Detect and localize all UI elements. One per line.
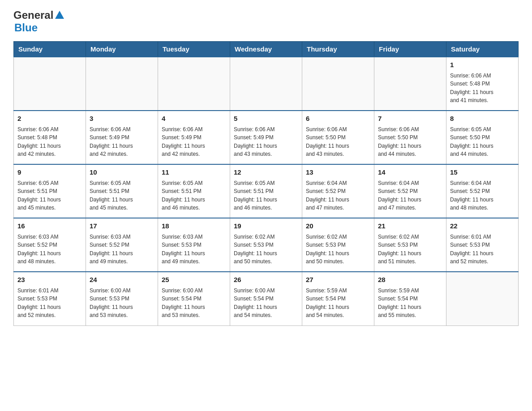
page-header: General Blue <box>13 9 519 34</box>
calendar-cell: 1Sunrise: 6:06 AM Sunset: 5:48 PM Daylig… <box>446 57 519 111</box>
calendar-cell <box>14 57 86 111</box>
day-info: Sunrise: 6:06 AM Sunset: 5:48 PM Dayligh… <box>17 125 82 158</box>
logo-wordmark: General <box>13 9 65 21</box>
day-info: Sunrise: 6:02 AM Sunset: 5:53 PM Dayligh… <box>234 233 298 266</box>
weekday-header-sunday: Sunday <box>14 42 86 57</box>
day-number: 16 <box>17 221 82 231</box>
calendar-week-5: 23Sunrise: 6:01 AM Sunset: 5:53 PM Dayli… <box>14 272 519 325</box>
weekday-header-monday: Monday <box>86 42 158 57</box>
calendar-cell: 16Sunrise: 6:03 AM Sunset: 5:52 PM Dayli… <box>14 218 86 272</box>
day-number: 14 <box>378 167 442 178</box>
calendar-cell: 8Sunrise: 6:05 AM Sunset: 5:50 PM Daylig… <box>446 111 519 164</box>
calendar-cell: 20Sunrise: 6:02 AM Sunset: 5:53 PM Dayli… <box>302 218 374 272</box>
day-info: Sunrise: 6:02 AM Sunset: 5:53 PM Dayligh… <box>306 233 370 266</box>
logo-general-word: General <box>13 9 53 21</box>
day-number: 2 <box>17 114 82 124</box>
day-info: Sunrise: 6:05 AM Sunset: 5:51 PM Dayligh… <box>17 179 82 212</box>
day-info: Sunrise: 6:05 AM Sunset: 5:51 PM Dayligh… <box>90 179 154 212</box>
logo-blue-word: Blue <box>14 21 38 34</box>
day-info: Sunrise: 6:06 AM Sunset: 5:49 PM Dayligh… <box>90 125 154 158</box>
calendar-cell: 2Sunrise: 6:06 AM Sunset: 5:48 PM Daylig… <box>14 111 86 164</box>
day-info: Sunrise: 6:03 AM Sunset: 5:53 PM Dayligh… <box>162 233 226 266</box>
day-number: 10 <box>90 167 154 178</box>
weekday-header-wednesday: Wednesday <box>230 42 302 57</box>
calendar-cell: 5Sunrise: 6:06 AM Sunset: 5:49 PM Daylig… <box>230 111 302 164</box>
day-number: 27 <box>306 275 370 285</box>
day-number: 7 <box>378 114 442 124</box>
day-info: Sunrise: 6:05 AM Sunset: 5:51 PM Dayligh… <box>162 179 226 212</box>
calendar-cell <box>158 57 230 111</box>
day-number: 17 <box>90 221 154 231</box>
day-info: Sunrise: 5:59 AM Sunset: 5:54 PM Dayligh… <box>306 287 370 320</box>
calendar-cell: 21Sunrise: 6:02 AM Sunset: 5:53 PM Dayli… <box>374 218 446 272</box>
day-number: 23 <box>17 275 82 285</box>
calendar-week-2: 2Sunrise: 6:06 AM Sunset: 5:48 PM Daylig… <box>14 111 519 164</box>
logo-blue-line: Blue <box>14 21 38 34</box>
calendar-header: SundayMondayTuesdayWednesdayThursdayFrid… <box>14 42 519 57</box>
day-info: Sunrise: 6:06 AM Sunset: 5:49 PM Dayligh… <box>234 125 298 158</box>
day-number: 28 <box>378 275 442 285</box>
day-number: 4 <box>162 114 226 124</box>
day-info: Sunrise: 6:05 AM Sunset: 5:50 PM Dayligh… <box>450 125 515 158</box>
day-number: 18 <box>162 221 226 231</box>
day-info: Sunrise: 6:03 AM Sunset: 5:52 PM Dayligh… <box>90 233 154 266</box>
calendar-cell: 14Sunrise: 6:04 AM Sunset: 5:52 PM Dayli… <box>374 164 446 218</box>
day-info: Sunrise: 6:00 AM Sunset: 5:54 PM Dayligh… <box>162 287 226 320</box>
calendar-cell: 19Sunrise: 6:02 AM Sunset: 5:53 PM Dayli… <box>230 218 302 272</box>
calendar-body: 1Sunrise: 6:06 AM Sunset: 5:48 PM Daylig… <box>14 57 519 325</box>
day-info: Sunrise: 6:06 AM Sunset: 5:48 PM Dayligh… <box>450 72 515 105</box>
calendar-cell: 10Sunrise: 6:05 AM Sunset: 5:51 PM Dayli… <box>86 164 158 218</box>
day-info: Sunrise: 6:04 AM Sunset: 5:52 PM Dayligh… <box>378 179 442 212</box>
calendar-cell: 22Sunrise: 6:01 AM Sunset: 5:53 PM Dayli… <box>446 218 519 272</box>
weekday-header-thursday: Thursday <box>302 42 374 57</box>
day-number: 11 <box>162 167 226 178</box>
day-number: 5 <box>234 114 298 124</box>
calendar-cell: 17Sunrise: 6:03 AM Sunset: 5:52 PM Dayli… <box>86 218 158 272</box>
day-number: 25 <box>162 275 226 285</box>
calendar-cell: 9Sunrise: 6:05 AM Sunset: 5:51 PM Daylig… <box>14 164 86 218</box>
day-number: 15 <box>450 167 515 178</box>
day-info: Sunrise: 6:01 AM Sunset: 5:53 PM Dayligh… <box>17 287 82 320</box>
calendar-cell: 27Sunrise: 5:59 AM Sunset: 5:54 PM Dayli… <box>302 272 374 325</box>
day-info: Sunrise: 6:05 AM Sunset: 5:51 PM Dayligh… <box>234 179 298 212</box>
day-info: Sunrise: 6:04 AM Sunset: 5:52 PM Dayligh… <box>306 179 370 212</box>
weekday-header-saturday: Saturday <box>446 42 519 57</box>
logo-arrow-icon <box>54 10 65 20</box>
day-number: 21 <box>378 221 442 231</box>
calendar-cell: 24Sunrise: 6:00 AM Sunset: 5:53 PM Dayli… <box>86 272 158 325</box>
calendar-cell: 18Sunrise: 6:03 AM Sunset: 5:53 PM Dayli… <box>158 218 230 272</box>
calendar-cell: 15Sunrise: 6:04 AM Sunset: 5:52 PM Dayli… <box>446 164 519 218</box>
day-info: Sunrise: 6:00 AM Sunset: 5:53 PM Dayligh… <box>90 287 154 320</box>
svg-marker-0 <box>55 11 64 19</box>
day-number: 26 <box>234 275 298 285</box>
day-info: Sunrise: 6:06 AM Sunset: 5:50 PM Dayligh… <box>378 125 442 158</box>
day-info: Sunrise: 6:06 AM Sunset: 5:49 PM Dayligh… <box>162 125 226 158</box>
calendar-cell: 12Sunrise: 6:05 AM Sunset: 5:51 PM Dayli… <box>230 164 302 218</box>
calendar-cell: 7Sunrise: 6:06 AM Sunset: 5:50 PM Daylig… <box>374 111 446 164</box>
day-number: 3 <box>90 114 154 124</box>
calendar-week-1: 1Sunrise: 6:06 AM Sunset: 5:48 PM Daylig… <box>14 57 519 111</box>
weekday-header-friday: Friday <box>374 42 446 57</box>
calendar-cell: 6Sunrise: 6:06 AM Sunset: 5:50 PM Daylig… <box>302 111 374 164</box>
day-number: 9 <box>17 167 82 178</box>
day-info: Sunrise: 6:06 AM Sunset: 5:50 PM Dayligh… <box>306 125 370 158</box>
calendar-cell <box>230 57 302 111</box>
day-number: 20 <box>306 221 370 231</box>
calendar-week-3: 9Sunrise: 6:05 AM Sunset: 5:51 PM Daylig… <box>14 164 519 218</box>
day-info: Sunrise: 6:01 AM Sunset: 5:53 PM Dayligh… <box>450 233 515 266</box>
day-number: 22 <box>450 221 515 231</box>
calendar-week-4: 16Sunrise: 6:03 AM Sunset: 5:52 PM Dayli… <box>14 218 519 272</box>
calendar-cell <box>86 57 158 111</box>
calendar-cell <box>446 272 519 325</box>
day-number: 8 <box>450 114 515 124</box>
day-number: 12 <box>234 167 298 178</box>
day-info: Sunrise: 6:03 AM Sunset: 5:52 PM Dayligh… <box>17 233 82 266</box>
calendar-cell: 25Sunrise: 6:00 AM Sunset: 5:54 PM Dayli… <box>158 272 230 325</box>
calendar-cell: 3Sunrise: 6:06 AM Sunset: 5:49 PM Daylig… <box>86 111 158 164</box>
day-number: 1 <box>450 60 515 70</box>
calendar-table: SundayMondayTuesdayWednesdayThursdayFrid… <box>13 41 519 326</box>
day-number: 24 <box>90 275 154 285</box>
calendar-cell <box>374 57 446 111</box>
day-info: Sunrise: 6:04 AM Sunset: 5:52 PM Dayligh… <box>450 179 515 212</box>
calendar-cell: 4Sunrise: 6:06 AM Sunset: 5:49 PM Daylig… <box>158 111 230 164</box>
